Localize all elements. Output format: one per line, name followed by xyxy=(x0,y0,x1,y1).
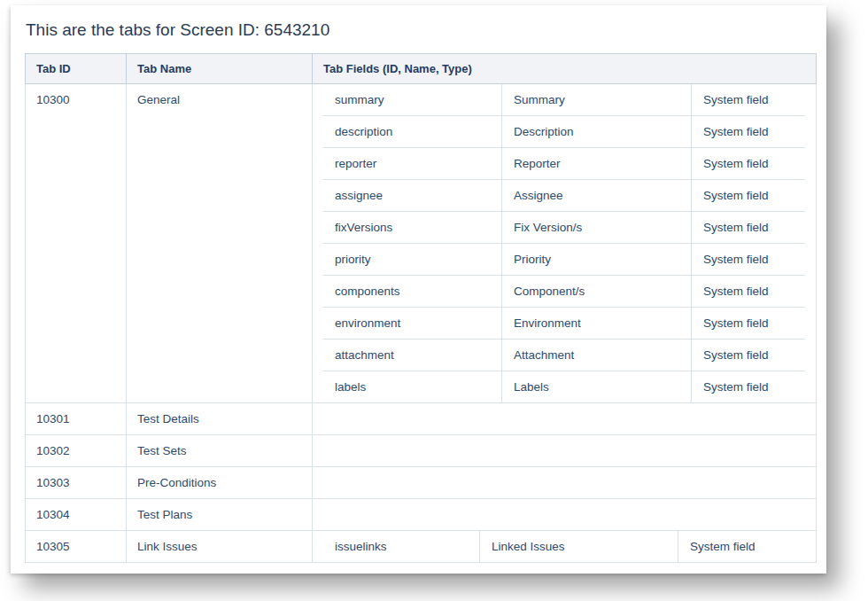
tab-name-cell: Pre-Conditions xyxy=(127,467,313,499)
table-row: 10300GeneralsummarySummarySystem fieldde… xyxy=(26,84,817,403)
table-row: 10302Test Sets xyxy=(26,435,817,467)
tab-id-cell: 10301 xyxy=(26,403,127,435)
field-type-cell: System field xyxy=(692,371,806,403)
field-row: assigneeAssigneeSystem field xyxy=(323,180,805,212)
field-type-cell: System field xyxy=(692,244,806,276)
field-type-cell: System field xyxy=(678,531,806,562)
field-row: issuelinksLinked IssuesSystem field xyxy=(323,531,805,562)
field-name-cell: Labels xyxy=(502,371,692,403)
field-id-cell: environment xyxy=(323,308,502,340)
tab-name-cell: General xyxy=(127,84,313,403)
field-type-cell: System field xyxy=(692,308,806,340)
field-row: labelsLabelsSystem field xyxy=(323,371,805,403)
field-id-cell: issuelinks xyxy=(323,531,480,562)
field-name-cell: Fix Version/s xyxy=(502,212,692,244)
table-row: 10304Test Plans xyxy=(26,499,817,531)
field-row: fixVersionsFix Version/sSystem field xyxy=(323,212,805,244)
field-name-cell: Environment xyxy=(502,308,692,340)
field-id-cell: description xyxy=(323,116,502,148)
tab-fields-cell xyxy=(313,499,817,531)
tabs-table: Tab ID Tab Name Tab Fields (ID, Name, Ty… xyxy=(25,53,817,563)
tab-fields-cell: summarySummarySystem fielddescriptionDes… xyxy=(313,84,817,403)
field-id-cell: labels xyxy=(323,371,502,403)
header-row: Tab ID Tab Name Tab Fields (ID, Name, Ty… xyxy=(26,54,817,84)
tab-name-cell: Test Plans xyxy=(127,499,313,531)
tab-fields-cell xyxy=(313,467,817,499)
tab-fields-table: issuelinksLinked IssuesSystem field xyxy=(323,531,805,562)
tab-id-cell: 10303 xyxy=(26,467,127,499)
field-type-cell: System field xyxy=(692,84,806,116)
field-id-cell: components xyxy=(323,276,502,308)
field-name-cell: Component/s xyxy=(502,276,692,308)
field-id-cell: priority xyxy=(323,244,502,276)
field-row: descriptionDescriptionSystem field xyxy=(323,116,805,148)
field-type-cell: System field xyxy=(692,340,806,371)
content-card: This are the tabs for Screen ID: 6543210… xyxy=(11,5,826,574)
header-tab-name: Tab Name xyxy=(127,54,313,84)
tab-id-cell: 10304 xyxy=(26,499,127,531)
table-body: 10300GeneralsummarySummarySystem fieldde… xyxy=(26,84,817,563)
tab-id-cell: 10300 xyxy=(26,84,127,403)
tab-name-cell: Link Issues xyxy=(127,531,313,563)
field-name-cell: Attachment xyxy=(502,340,692,371)
tab-id-cell: 10305 xyxy=(26,531,127,563)
table-row: 10303Pre-Conditions xyxy=(26,467,817,499)
field-row: priorityPrioritySystem field xyxy=(323,244,805,276)
field-name-cell: Summary xyxy=(502,84,692,116)
field-name-cell: Reporter xyxy=(502,148,692,180)
field-type-cell: System field xyxy=(692,212,806,244)
field-row: reporterReporterSystem field xyxy=(323,148,805,180)
field-id-cell: fixVersions xyxy=(323,212,502,244)
tab-fields-cell: issuelinksLinked IssuesSystem field xyxy=(313,531,817,563)
tab-fields-cell xyxy=(313,403,817,435)
tab-fields-cell xyxy=(313,435,817,467)
tab-name-cell: Test Details xyxy=(127,403,313,435)
tab-fields-table: summarySummarySystem fielddescriptionDes… xyxy=(323,84,805,402)
table-header: Tab ID Tab Name Tab Fields (ID, Name, Ty… xyxy=(26,54,817,84)
page-title: This are the tabs for Screen ID: 6543210 xyxy=(26,20,811,41)
field-id-cell: reporter xyxy=(323,148,502,180)
field-type-cell: System field xyxy=(692,116,806,148)
field-type-cell: System field xyxy=(692,276,806,308)
field-id-cell: summary xyxy=(323,84,502,116)
tab-name-cell: Test Sets xyxy=(127,435,313,467)
field-row: summarySummarySystem field xyxy=(323,84,805,116)
header-tab-id: Tab ID xyxy=(26,54,127,84)
field-type-cell: System field xyxy=(692,148,806,180)
field-row: componentsComponent/sSystem field xyxy=(323,276,805,308)
field-name-cell: Description xyxy=(502,116,692,148)
field-type-cell: System field xyxy=(692,180,806,212)
field-name-cell: Linked Issues xyxy=(480,531,678,562)
header-tab-fields: Tab Fields (ID, Name, Type) xyxy=(313,54,817,84)
field-id-cell: assignee xyxy=(323,180,502,212)
field-row: attachmentAttachmentSystem field xyxy=(323,340,805,371)
field-name-cell: Priority xyxy=(502,244,692,276)
field-name-cell: Assignee xyxy=(502,180,692,212)
table-row: 10301Test Details xyxy=(26,403,817,435)
table-row: 10305Link IssuesissuelinksLinked IssuesS… xyxy=(26,531,817,563)
field-row: environmentEnvironmentSystem field xyxy=(323,308,805,340)
field-id-cell: attachment xyxy=(323,340,502,371)
tab-id-cell: 10302 xyxy=(26,435,127,467)
